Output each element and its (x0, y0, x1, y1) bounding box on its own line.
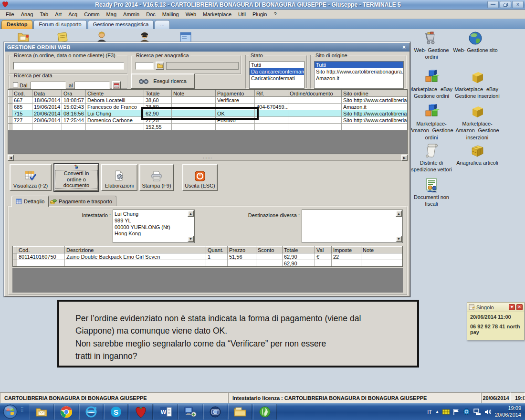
sito-option-cartolibreria[interactable]: Sito http://www.cartolibreriabonagura.it (315, 68, 403, 75)
date-to-input[interactable] (74, 82, 110, 89)
menu-item-doc[interactable]: Doc (143, 10, 158, 18)
taskbar-camera-icon[interactable] (203, 404, 227, 420)
desktop-icon-anagrafica-articoli[interactable]: Anagrafica articoli (452, 143, 502, 166)
sticky-close-icon[interactable]: × (516, 304, 523, 310)
stato-option-da-caricare[interactable]: Da caricare/confermare (250, 68, 304, 75)
folder-mail-icon[interactable] (17, 31, 30, 42)
menu-item-web[interactable]: Web (183, 10, 199, 18)
tab-forum-di-supporto[interactable]: Forum di supporto (33, 20, 86, 29)
tray-keyboard-icon[interactable] (442, 409, 450, 415)
icol-descrizione[interactable]: Descrizione (65, 247, 206, 253)
anagrafica-code-input[interactable] (136, 62, 154, 70)
col-sito-ordine[interactable]: Sito ordine (342, 90, 408, 97)
tab-pagamento-trasporto[interactable]: Pagamento e trasporto (46, 196, 116, 206)
sito-option-amazon[interactable]: Amazon.it (315, 75, 403, 82)
orders-window-close-icon[interactable]: × (401, 44, 407, 51)
scroll-up-arrow-icon[interactable]: ▲ (396, 210, 402, 217)
desktop-icon-ebay-gestione-ordini[interactable]: Marketplace- eBay- Gestione ordini (409, 70, 454, 100)
item-row[interactable]: 8011410160750 Zaino Double Backpack Emo … (13, 253, 403, 260)
search-input[interactable] (13, 62, 124, 70)
person-icon[interactable] (95, 31, 108, 42)
taskbar-corel-icon[interactable] (253, 404, 277, 420)
menu-item-tab[interactable]: Tab (37, 10, 51, 18)
col-totale[interactable]: Totale (144, 90, 172, 97)
notes-icon[interactable] (56, 31, 69, 42)
tab-dettaglio[interactable]: Dettaglio (11, 196, 49, 207)
desktop-icon-documenti-non-fiscali[interactable]: Documenti non fiscali (409, 178, 454, 208)
anagrafica-lookup-button[interactable] (156, 62, 164, 70)
col-ora[interactable]: Ora (62, 90, 86, 97)
desktop-icon-distinte-spedizione[interactable]: Distinte di spedizione vettori (409, 143, 454, 173)
converti-button[interactable]: Converti in ordine o documento (54, 164, 98, 191)
stampa-button[interactable]: Stampa (F9) (139, 164, 174, 191)
scroll-down-arrow-icon[interactable]: ▼ (188, 236, 194, 242)
taskbar-mail-icon[interactable] (30, 404, 53, 420)
tray-expand-arrow-icon[interactable]: ▲ (435, 410, 439, 414)
desktop-icon-ebay-gestione-inserzioni[interactable]: Marketplace- eBay- Gestione inserzioni (452, 70, 502, 100)
scroll-right-arrow-icon[interactable]: ▶ (401, 155, 408, 161)
taskbar-file-explorer-icon[interactable] (228, 404, 252, 420)
menu-item-art[interactable]: Art (52, 10, 64, 18)
tab-more[interactable]: ... (155, 20, 169, 29)
scroll-down-arrow-icon[interactable]: ▼ (396, 236, 402, 242)
taskbar-chrome-icon[interactable] (54, 404, 78, 420)
uscita-button[interactable]: Uscita (ESC) (182, 164, 218, 191)
desktop-icon-amazon-gestione-ordini[interactable]: Marketplace- Amazon- Gestione ordini (409, 104, 454, 141)
date-from-checkbox[interactable] (13, 82, 18, 87)
intestatario-textarea[interactable]: Lui Chung 989 YL 00000 YUENLONG (Nt) Hon… (113, 210, 195, 243)
sticky-note[interactable]: Singolo ▾ × 20/06/2014 11:00 06 92 92 78… (467, 302, 525, 340)
stato-option-tutti[interactable]: Tutti (250, 62, 304, 68)
icol-quant[interactable]: Quant. (206, 247, 228, 253)
calendar-button[interactable] (112, 81, 121, 89)
menu-item-mag[interactable]: Mag (104, 10, 119, 18)
taskbar-internet-explorer-icon[interactable] (79, 404, 103, 420)
taskbar-word-icon[interactable]: W (154, 404, 178, 420)
sticky-note-header[interactable]: Singolo ▾ × (467, 303, 524, 312)
tray-recording-icon[interactable] (463, 408, 470, 415)
desktop-icon-amazon-gestione-inserzioni[interactable]: Marketplace- Amazon- Gestione inserzioni (452, 104, 502, 141)
col-rif[interactable]: Rif. (255, 90, 288, 97)
stato-option-caricati[interactable]: Caricati/confermati (250, 75, 304, 82)
menu-item-plugin[interactable]: Plugin (250, 10, 270, 18)
icol-val[interactable]: Val (315, 247, 332, 253)
taskbar-network-computer-icon[interactable] (178, 404, 202, 420)
icol-cod[interactable]: Cod. (17, 247, 65, 253)
menu-item-file[interactable]: File (3, 10, 17, 18)
col-pagamento[interactable]: Pagamento (216, 90, 255, 97)
destinazione-textarea[interactable]: ▲ ▼ (302, 210, 403, 243)
taskbar-ready-pro-icon[interactable] (129, 404, 153, 420)
desktop-icon-web-gestione-sito[interactable]: Web- Gestione sito (451, 31, 500, 53)
desktop-icon-web-gestione-ordini[interactable]: Web- Gestione ordini (409, 31, 454, 61)
tab-desktop[interactable]: Desktop (1, 20, 32, 29)
sticky-collapse-icon[interactable]: ▾ (509, 304, 515, 310)
date-from-input[interactable] (31, 82, 66, 89)
tray-language-indicator[interactable]: IT (427, 409, 432, 415)
menu-item-util[interactable]: Util (235, 10, 249, 18)
scroll-up-arrow-icon[interactable]: ▲ (188, 210, 194, 217)
order-row-667[interactable]: 667 18/06/2014 18:08:57 Debora Locatelli… (9, 97, 408, 104)
elaborazioni-button[interactable]: Elaborazioni (101, 164, 137, 191)
taskbar-skype-icon[interactable]: S (104, 404, 128, 420)
icol-prezzo[interactable]: Prezzo (228, 247, 256, 253)
minimize-button[interactable]: — (487, 1, 499, 8)
visualizza-button[interactable]: Visualizza (F2) (10, 164, 52, 191)
icol-totale[interactable]: Totale (283, 247, 315, 253)
col-ordine-documento[interactable]: Ordine/documento (288, 90, 342, 97)
orders-window-titlebar[interactable]: GESTIONE ORDINI WEB × (5, 43, 410, 52)
menu-item-acq[interactable]: Acq (65, 10, 80, 18)
col-cod[interactable]: Cod. (12, 90, 32, 97)
icol-note[interactable]: Note (361, 247, 403, 253)
orders-hscrollbar[interactable]: ◀ :::::: ▶ (8, 155, 408, 161)
window-app-icon[interactable] (179, 31, 192, 42)
menu-item-marketplace[interactable]: Marketplace (200, 10, 234, 18)
tab-gestione-messaggistica[interactable]: Gestione messaggistica (88, 20, 154, 29)
esegui-ricerca-button[interactable]: Esegui ricerca (131, 74, 195, 89)
person-cap-icon[interactable] (138, 31, 151, 42)
stato-listbox[interactable]: Tutti Da caricare/confermare Caricati/co… (249, 61, 304, 89)
menu-item-ammin[interactable]: Ammin (120, 10, 142, 18)
col-cliente[interactable]: Cliente (86, 90, 144, 97)
menu-item-mailing[interactable]: Mailing (159, 10, 182, 18)
restore-button[interactable] (500, 1, 511, 8)
menu-item-comm[interactable]: Comm (81, 10, 102, 18)
icol-sconto[interactable]: Sconto (256, 247, 283, 253)
